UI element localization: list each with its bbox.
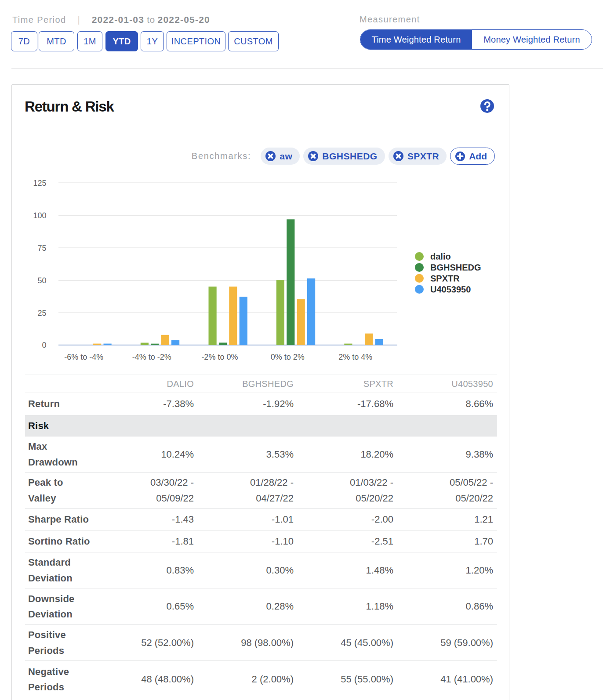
svg-text:75: 75 xyxy=(37,244,46,253)
svg-text:SPXTR: SPXTR xyxy=(430,274,460,283)
svg-text:0% to 2%: 0% to 2% xyxy=(271,353,305,361)
svg-text:0: 0 xyxy=(42,341,46,350)
svg-text:-4% to -2%: -4% to -2% xyxy=(132,353,171,361)
svg-text:dalio: dalio xyxy=(430,252,451,261)
svg-text:25: 25 xyxy=(37,309,46,318)
svg-text:125: 125 xyxy=(33,179,46,188)
svg-text:U4053950: U4053950 xyxy=(430,285,471,294)
svg-text:BGHSHEDG: BGHSHEDG xyxy=(430,263,481,272)
svg-text:-6% to -4%: -6% to -4% xyxy=(64,353,103,361)
svg-text:-2% to 0%: -2% to 0% xyxy=(201,353,238,361)
svg-text:2% to 4%: 2% to 4% xyxy=(338,353,372,361)
svg-text:100: 100 xyxy=(33,211,46,220)
svg-text:50: 50 xyxy=(37,276,46,285)
